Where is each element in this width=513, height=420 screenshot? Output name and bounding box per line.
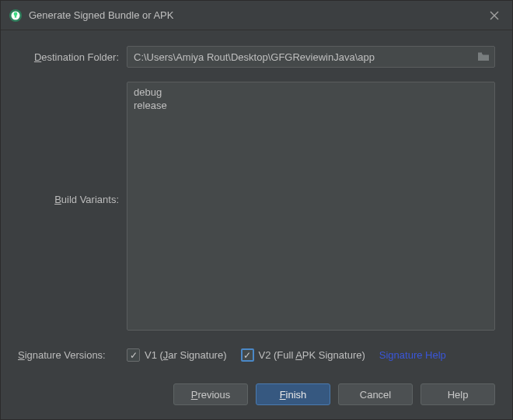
svg-rect-3	[15, 15, 16, 17]
destination-label: Destination Folder:	[18, 51, 127, 63]
list-item[interactable]: release	[132, 99, 490, 112]
android-studio-icon	[9, 9, 23, 23]
titlebar: Generate Signed Bundle or APK	[1, 1, 512, 30]
build-variants-list[interactable]: debug release	[127, 82, 495, 331]
v2-label: V2 (Full APK Signature)	[259, 349, 365, 361]
signature-help-link[interactable]: Signature Help	[379, 349, 446, 361]
window-title: Generate Signed Bundle or APK	[29, 9, 484, 21]
build-variants-label: Build Variants:	[18, 77, 127, 205]
checkbox-box: ✓	[127, 348, 140, 362]
cancel-button[interactable]: Cancel	[338, 383, 413, 405]
close-button[interactable]	[484, 5, 504, 26]
checkmark-icon: ✓	[130, 351, 138, 360]
checkbox-box: ✓	[241, 348, 254, 362]
destination-folder-input[interactable]: C:\Users\Amiya Rout\Desktop\GFGReviewinJ…	[127, 46, 495, 68]
finish-button[interactable]: Finish	[256, 383, 330, 405]
signature-versions-row: Signature Versions: ✓ V1 (Jar Signature)…	[18, 348, 495, 362]
generate-signed-dialog: Generate Signed Bundle or APK Destinatio…	[0, 0, 513, 420]
browse-folder-icon[interactable]	[477, 51, 490, 62]
dialog-content: Destination Folder: C:\Users\Amiya Rout\…	[1, 30, 512, 376]
previous-button[interactable]: Previous	[173, 383, 248, 405]
signature-versions-label: Signature Versions:	[18, 349, 127, 361]
build-variants-row: Build Variants: debug release	[18, 77, 495, 334]
destination-path-text: C:\Users\Amiya Rout\Desktop\GFGReviewinJ…	[134, 51, 375, 63]
help-button[interactable]: Help	[421, 383, 495, 405]
v1-label: V1 (Jar Signature)	[145, 349, 227, 361]
button-bar: Previous Finish Cancel Help	[1, 376, 512, 419]
v1-jar-signature-checkbox[interactable]: ✓ V1 (Jar Signature)	[127, 348, 227, 362]
checkmark-icon: ✓	[243, 351, 251, 360]
list-item[interactable]: debug	[132, 86, 490, 99]
svg-rect-6	[478, 53, 482, 54]
destination-row: Destination Folder: C:\Users\Amiya Rout\…	[18, 46, 495, 68]
v2-full-apk-signature-checkbox[interactable]: ✓ V2 (Full APK Signature)	[241, 348, 365, 362]
